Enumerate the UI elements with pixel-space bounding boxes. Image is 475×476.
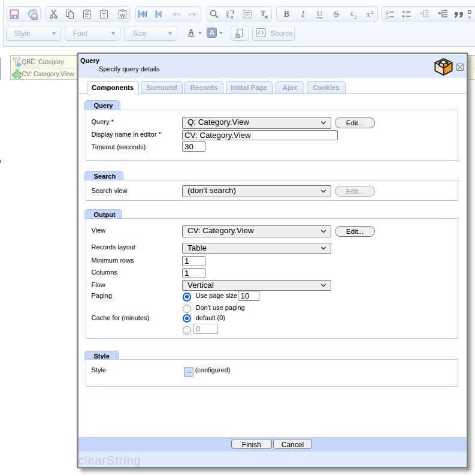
svg-text:2.: 2. [386,14,389,19]
svg-text:x: x [367,10,370,19]
svg-text:I: I [301,10,305,19]
svg-text:2: 2 [354,14,357,20]
svg-text:U: U [317,9,323,18]
svg-text:2: 2 [371,10,374,15]
svg-text:x: x [350,10,353,18]
svg-text:T: T [261,10,265,18]
svg-text:T: T [102,12,105,19]
svg-text:a: a [231,14,234,20]
svg-text:W: W [120,12,125,18]
svg-text:A: A [189,28,194,37]
svg-text:b: b [226,10,229,15]
svg-text:<: < [468,14,471,20]
svg-text:B: B [284,10,289,19]
svg-text:A: A [209,29,214,37]
svg-text:1.: 1. [386,10,389,14]
